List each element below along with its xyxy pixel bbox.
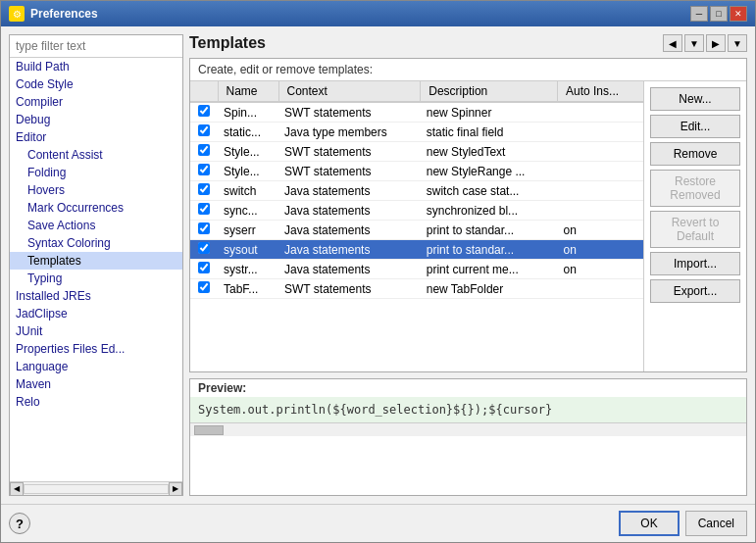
col-name[interactable]: Name [218, 81, 278, 102]
sidebar-item-code-style[interactable]: Code Style [10, 75, 182, 93]
sidebar-item-mark-occurrences[interactable]: Mark Occurrences [10, 199, 182, 217]
row-checkbox[interactable] [198, 183, 210, 195]
row-auto [558, 102, 643, 123]
sidebar-item-compiler[interactable]: Compiler [10, 93, 182, 111]
row-auto [558, 181, 643, 201]
sidebar-item-properties-files-ed[interactable]: Properties Files Ed... [10, 340, 182, 358]
tree-container: Build Path Code Style Compiler Debug Edi… [10, 58, 182, 481]
row-context: SWT statements [278, 142, 421, 162]
table-row[interactable]: systr... Java statements print current m… [190, 260, 643, 279]
remove-button[interactable]: Remove [650, 142, 740, 166]
sidebar-item-content-assist[interactable]: Content Assist [10, 146, 182, 164]
row-context: SWT statements [278, 102, 421, 123]
restore-removed-button[interactable]: Restore Removed [650, 170, 740, 207]
title-controls: ─ □ ✕ [690, 6, 747, 22]
col-context[interactable]: Context [278, 81, 421, 102]
panel-header: Templates ◀ ▼ ▶ ▼ [189, 34, 747, 52]
table-row[interactable]: sync... Java statements synchronized bl.… [190, 201, 643, 221]
row-checkbox[interactable] [198, 222, 210, 234]
row-description: synchronized bl... [421, 201, 558, 221]
col-description[interactable]: Description [421, 81, 558, 102]
sidebar-item-build-path[interactable]: Build Path [10, 58, 182, 75]
row-checkbox[interactable] [198, 124, 210, 136]
sidebar-item-installed-jres[interactable]: Installed JREs [10, 287, 182, 305]
sidebar-item-syntax-coloring[interactable]: Syntax Coloring [10, 234, 182, 252]
sidebar-item-templates[interactable]: Templates [10, 252, 182, 270]
row-context: SWT statements [278, 162, 421, 181]
row-checkbox-cell [190, 102, 218, 123]
nav-dropdown-forward-button[interactable]: ▼ [728, 34, 747, 52]
preview-hscrollbar[interactable] [190, 422, 746, 436]
sidebar-item-debug[interactable]: Debug [10, 111, 182, 128]
nav-back-button[interactable]: ◀ [663, 34, 682, 52]
row-checkbox[interactable] [198, 144, 210, 156]
edit-button[interactable]: Edit... [650, 115, 740, 138]
window-title: Preferences [30, 7, 98, 21]
sidebar-item-hovers[interactable]: Hovers [10, 181, 182, 199]
row-name: sysout [218, 240, 278, 260]
nav-dropdown-back-button[interactable]: ▼ [684, 34, 704, 52]
table-container[interactable]: Name Context Description Auto Ins... Spi… [190, 81, 643, 371]
row-checkbox[interactable] [198, 262, 210, 273]
sidebar-item-junit[interactable]: JUnit [10, 322, 182, 340]
row-checkbox[interactable] [198, 203, 210, 215]
preview-scroll-thumb[interactable] [194, 425, 224, 435]
row-name: static... [218, 123, 278, 142]
row-checkbox[interactable] [198, 164, 210, 175]
sidebar-item-editor[interactable]: Editor [10, 128, 182, 146]
side-buttons: New... Edit... Remove Restore Removed Re… [643, 81, 746, 371]
row-description: new TabFolder [421, 279, 558, 299]
col-auto-insert[interactable]: Auto Ins... [558, 81, 643, 102]
table-row[interactable]: switch Java statements switch case stat.… [190, 181, 643, 201]
table-row[interactable]: static... Java type members static final… [190, 123, 643, 142]
main-content: Build Path Code Style Compiler Debug Edi… [1, 26, 755, 504]
new-button[interactable]: New... [650, 87, 740, 111]
minimize-button[interactable]: ─ [690, 6, 708, 22]
templates-subtitle: Create, edit or remove templates: [190, 59, 746, 81]
table-row[interactable]: TabF... SWT statements new TabFolder [190, 279, 643, 299]
row-name: Spin... [218, 102, 278, 123]
sidebar-item-maven[interactable]: Maven [10, 375, 182, 393]
row-description: print current me... [421, 260, 558, 279]
ok-button[interactable]: OK [619, 511, 679, 536]
close-button[interactable]: ✕ [730, 6, 747, 22]
table-row[interactable]: syserr Java statements print to standar.… [190, 221, 643, 240]
sidebar-item-relo[interactable]: Relo [10, 393, 182, 411]
row-auto [558, 162, 643, 181]
sidebar-item-typing[interactable]: Typing [10, 270, 182, 287]
row-name: systr... [218, 260, 278, 279]
row-auto: on [558, 240, 643, 260]
revert-to-default-button[interactable]: Revert to Default [650, 211, 740, 248]
sidebar-hscroll[interactable]: ◀ ▶ [10, 481, 182, 495]
table-row[interactable]: sysout Java statements print to standar.… [190, 240, 643, 260]
row-checkbox-cell [190, 260, 218, 279]
row-checkbox[interactable] [198, 105, 210, 117]
sidebar-item-folding[interactable]: Folding [10, 164, 182, 181]
row-checkbox-cell [190, 279, 218, 299]
export-button[interactable]: Export... [650, 279, 740, 303]
help-button[interactable]: ? [9, 513, 30, 534]
preview-content: System.out.println(${word_selection}${})… [190, 397, 746, 422]
row-auto [558, 142, 643, 162]
row-checkbox[interactable] [198, 242, 210, 254]
filter-input[interactable] [10, 35, 182, 58]
row-checkbox[interactable] [198, 281, 210, 293]
import-button[interactable]: Import... [650, 252, 740, 275]
row-checkbox-cell [190, 240, 218, 260]
table-row[interactable]: Style... SWT statements new StyleRange .… [190, 162, 643, 181]
scroll-left-arrow[interactable]: ◀ [10, 482, 24, 496]
nav-buttons: ◀ ▼ ▶ ▼ [663, 34, 747, 52]
sidebar-item-jadclipse[interactable]: JadClipse [10, 305, 182, 322]
sidebar-item-save-actions[interactable]: Save Actions [10, 217, 182, 234]
cancel-button[interactable]: Cancel [685, 511, 747, 536]
scroll-track-h[interactable] [24, 484, 169, 494]
table-row[interactable]: Spin... SWT statements new Spinner [190, 102, 643, 123]
scroll-right-arrow[interactable]: ▶ [169, 482, 182, 496]
sidebar-item-language[interactable]: Language [10, 358, 182, 375]
bottom-bar: ? OK Cancel [1, 504, 755, 542]
col-checkbox [190, 81, 218, 102]
maximize-button[interactable]: □ [710, 6, 728, 22]
nav-forward-button[interactable]: ▶ [706, 34, 726, 52]
row-context: Java statements [278, 240, 421, 260]
table-row[interactable]: Style... SWT statements new StyledText [190, 142, 643, 162]
